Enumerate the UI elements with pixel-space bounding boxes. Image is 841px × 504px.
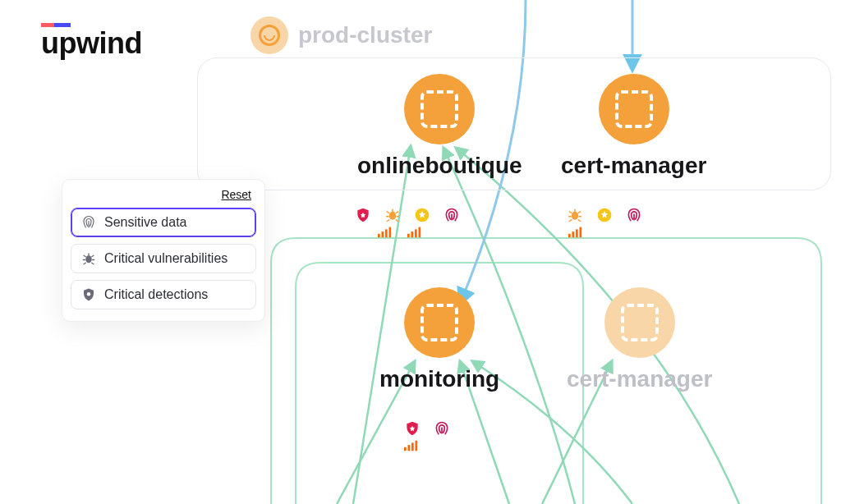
svg-rect-14 [568, 234, 571, 238]
signal-icon [404, 440, 419, 455]
bug-icon [384, 207, 401, 223]
svg-point-12 [572, 212, 578, 220]
svg-rect-4 [378, 234, 380, 238]
badges-cert-manager-top [567, 207, 642, 223]
svg-rect-15 [572, 231, 575, 237]
shield-icon [81, 287, 96, 302]
svg-rect-7 [389, 227, 392, 238]
svg-rect-17 [580, 227, 582, 238]
signal-icon [407, 227, 422, 241]
svg-rect-21 [416, 441, 418, 451]
cluster-icon [250, 16, 288, 54]
svg-point-0 [85, 255, 92, 263]
filter-sensitive-data[interactable]: Sensitive data [71, 208, 256, 237]
node-monitoring[interactable]: monitoring [379, 287, 499, 392]
badges-onlineboutique [355, 207, 460, 223]
signal-icon [378, 227, 393, 241]
node-label: onlineboutique [357, 153, 522, 179]
badges-monitoring [404, 420, 450, 437]
filter-critical-detections[interactable]: Critical detections [71, 280, 256, 309]
namespace-icon [404, 74, 475, 144]
reset-link[interactable]: Reset [71, 188, 251, 201]
fingerprint-icon [434, 420, 450, 437]
namespace-icon [404, 287, 475, 358]
fingerprint-icon [81, 215, 96, 230]
bug-icon [567, 207, 583, 223]
filter-label: Critical detections [104, 287, 208, 302]
svg-rect-8 [407, 234, 410, 238]
node-cert-manager-bottom[interactable]: cert-manager [567, 287, 712, 392]
namespace-icon [599, 74, 669, 144]
svg-rect-11 [419, 227, 421, 238]
filter-panel: Reset Sensitive data Critical vulnerabil… [62, 179, 265, 322]
namespace-icon [604, 287, 675, 358]
svg-rect-19 [408, 445, 411, 451]
svg-rect-6 [385, 229, 388, 237]
node-onlineboutique[interactable]: onlineboutique [357, 74, 522, 179]
node-label: cert-manager [567, 366, 712, 392]
svg-point-1 [87, 292, 91, 296]
svg-rect-20 [411, 442, 414, 451]
svg-rect-18 [404, 447, 407, 451]
node-cert-manager-top[interactable]: cert-manager [561, 74, 706, 179]
brand-name: upwind [41, 29, 142, 58]
fingerprint-icon [626, 207, 642, 223]
bug-icon [81, 251, 96, 266]
cluster-header: prod-cluster [250, 16, 432, 54]
shield-icon [355, 207, 371, 223]
node-label: cert-manager [561, 153, 706, 179]
shield-icon [404, 420, 420, 437]
svg-rect-9 [411, 231, 414, 237]
svg-rect-10 [415, 229, 417, 237]
filter-critical-vulnerabilities[interactable]: Critical vulnerabilities [71, 244, 256, 273]
brand-logo: upwind [41, 23, 142, 58]
filter-label: Critical vulnerabilities [104, 251, 227, 266]
star-icon [414, 207, 430, 223]
star-icon [596, 207, 613, 223]
svg-point-2 [389, 212, 396, 220]
node-label: monitoring [379, 366, 499, 392]
filter-label: Sensitive data [104, 215, 187, 230]
svg-rect-5 [382, 231, 384, 237]
fingerprint-icon [443, 207, 460, 223]
svg-rect-16 [576, 229, 578, 237]
cluster-label: prod-cluster [298, 22, 432, 48]
signal-icon [568, 227, 583, 241]
